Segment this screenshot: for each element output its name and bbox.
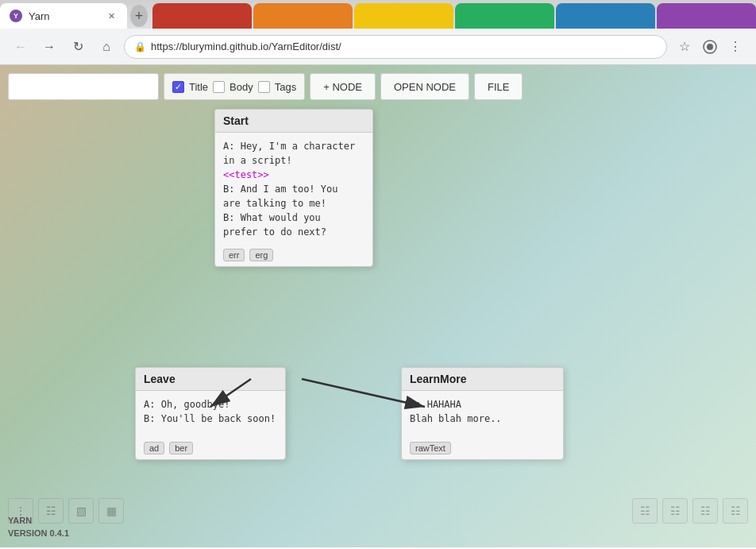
zoom-right-1[interactable]: ☷ bbox=[632, 498, 658, 524]
zoom-controls-right: ☷ ☷ ☷ ☷ bbox=[632, 498, 748, 524]
node-learnmore[interactable]: LearnMore A: HAHAHA Blah blah more.. raw… bbox=[401, 367, 564, 460]
start-body-line1: A: Hey, I'm a character bbox=[223, 139, 364, 153]
browser-chrome: Y Yarn ✕ + ← → ↻ ⌂ 🔒 https://blurymind.g… bbox=[0, 0, 756, 65]
back-button[interactable]: ← bbox=[10, 36, 32, 58]
start-body-line4: are talking to me! bbox=[223, 196, 364, 211]
start-body-line5: B: What would you bbox=[223, 211, 364, 225]
tags-checkbox[interactable] bbox=[258, 81, 270, 93]
zoom-right-4[interactable]: ☷ bbox=[723, 498, 748, 524]
search-input[interactable] bbox=[8, 73, 159, 100]
node-learnmore-body: A: HAHAHA Blah blah more.. bbox=[402, 391, 563, 439]
node-leave[interactable]: Leave A: Oh, goodbye! B: You'll be back … bbox=[135, 367, 286, 460]
active-tab[interactable]: Y Yarn ✕ bbox=[0, 3, 127, 29]
tab-label: Yarn bbox=[29, 10, 50, 22]
address-bar: ← → ↻ ⌂ 🔒 https://blurymind.github.io/Ya… bbox=[0, 29, 756, 65]
filter-group: ✓ Title Body Tags bbox=[164, 73, 305, 100]
leave-tag-ad[interactable]: ad bbox=[144, 442, 164, 454]
add-node-button[interactable]: + NODE bbox=[310, 73, 376, 100]
node-start-tags: err erg bbox=[215, 246, 372, 266]
tags-filter-label: Tags bbox=[275, 81, 296, 93]
forward-button[interactable]: → bbox=[38, 36, 60, 58]
bookmark-button[interactable]: ☆ bbox=[673, 36, 696, 58]
colored-tab-3[interactable] bbox=[354, 3, 453, 29]
reload-button[interactable]: ↻ bbox=[67, 36, 89, 58]
svg-point-1 bbox=[707, 44, 713, 50]
colored-tab-6[interactable] bbox=[657, 3, 756, 29]
zoom-right-2[interactable]: ☷ bbox=[662, 498, 688, 524]
start-body-line2: in a script! bbox=[223, 153, 364, 168]
node-learnmore-tags: rawText bbox=[402, 439, 563, 459]
learnmore-body-line2: Blah blah more.. bbox=[410, 412, 555, 426]
colored-tab-2[interactable] bbox=[253, 3, 353, 29]
tab-bar: Y Yarn ✕ + bbox=[0, 0, 756, 29]
home-button[interactable]: ⌂ bbox=[95, 36, 118, 58]
node-start-body: A: Hey, I'm a character in a script! <<t… bbox=[215, 133, 372, 246]
lock-icon: 🔒 bbox=[134, 41, 146, 52]
file-button[interactable]: FILE bbox=[474, 73, 523, 100]
node-learnmore-header: LearnMore bbox=[402, 368, 563, 391]
start-tag-err[interactable]: err bbox=[223, 249, 245, 261]
colored-tab-5[interactable] bbox=[556, 3, 655, 29]
leave-body-line2: B: You'll be back soon! bbox=[144, 412, 277, 426]
tab-close-button[interactable]: ✕ bbox=[105, 10, 118, 22]
new-tab-button[interactable]: + bbox=[130, 5, 148, 27]
learnmore-tag-rawtext[interactable]: rawText bbox=[410, 442, 451, 454]
start-body-link: <<test>> bbox=[223, 168, 364, 182]
body-checkbox[interactable] bbox=[213, 81, 225, 93]
open-node-button[interactable]: OPEN NODE bbox=[380, 73, 469, 100]
node-start[interactable]: Start A: Hey, I'm a character in a scrip… bbox=[214, 109, 373, 267]
body-filter-label: Body bbox=[230, 81, 253, 93]
node-leave-tags: ad ber bbox=[136, 439, 285, 459]
start-body-line3: B: And I am too! You bbox=[223, 182, 364, 196]
chrome-menu-button[interactable]: ⋮ bbox=[724, 36, 746, 58]
arrows-svg bbox=[0, 65, 756, 547]
learnmore-body-line1: A: HAHAHA bbox=[410, 397, 555, 412]
colored-tab-1[interactable] bbox=[152, 3, 252, 29]
leave-body-line1: A: Oh, goodbye! bbox=[144, 397, 277, 412]
zoom-full-icon[interactable]: ▦ bbox=[98, 498, 124, 524]
zoom-fit-icon[interactable]: ▧ bbox=[68, 498, 94, 524]
extension-button[interactable] bbox=[699, 36, 721, 58]
zoom-right-3[interactable]: ☷ bbox=[692, 498, 718, 524]
title-filter-label: Title bbox=[189, 81, 208, 93]
toolbar: ✓ Title Body Tags + NODE OPEN NODE FILE bbox=[8, 73, 523, 100]
title-checkbox[interactable]: ✓ bbox=[172, 81, 184, 93]
node-start-header: Start bbox=[215, 110, 372, 133]
app-content: ✓ Title Body Tags + NODE OPEN NODE FILE … bbox=[0, 65, 756, 547]
url-text: https://blurymind.github.io/YarnEditor/d… bbox=[151, 41, 341, 52]
start-tag-erg[interactable]: erg bbox=[249, 249, 273, 261]
colored-tab-4[interactable] bbox=[455, 3, 554, 29]
node-leave-header: Leave bbox=[136, 368, 285, 391]
node-leave-body: A: Oh, goodbye! B: You'll be back soon! bbox=[136, 391, 285, 439]
address-actions: ☆ ⋮ bbox=[673, 36, 746, 58]
leave-tag-ber[interactable]: ber bbox=[169, 442, 193, 454]
url-bar[interactable]: 🔒 https://blurymind.github.io/YarnEditor… bbox=[124, 35, 667, 59]
start-body-line6: prefer to do next? bbox=[223, 225, 364, 239]
tab-favicon: Y bbox=[10, 10, 22, 22]
version-text: YARN VERSION 0.4.1 bbox=[8, 515, 69, 539]
